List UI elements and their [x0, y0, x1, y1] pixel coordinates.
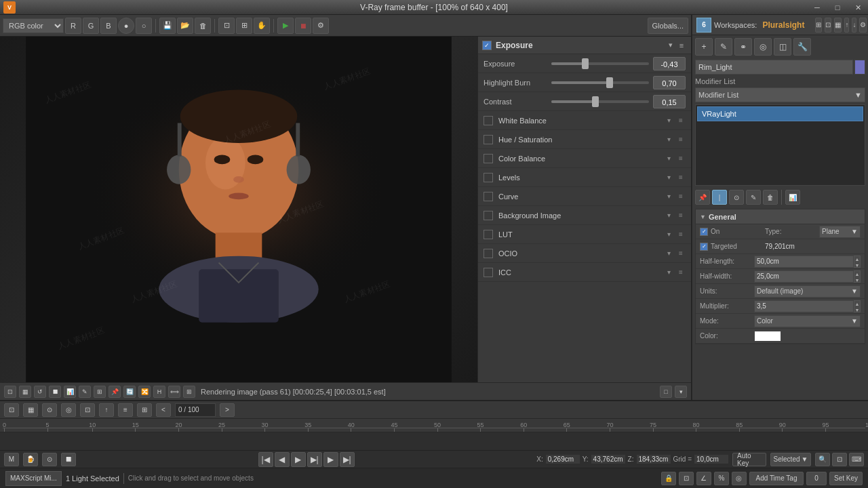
angle-snap-btn[interactable]: ∠: [696, 472, 711, 485]
cb-menu-icon[interactable]: ≡: [676, 154, 686, 163]
icc-collapse-icon[interactable]: ▾: [664, 268, 673, 277]
modifier-list-item[interactable]: VRayLight: [697, 106, 863, 121]
timeline-nav-2[interactable]: ▦: [23, 403, 38, 417]
timeline-nav-7[interactable]: ≡: [118, 403, 133, 417]
spinner-snap-btn[interactable]: ◎: [732, 472, 747, 485]
globals-button[interactable]: Globals...: [648, 18, 688, 34]
snap-btn[interactable]: ⊡: [679, 472, 694, 485]
cmd-utilities[interactable]: 🔧: [793, 38, 811, 56]
icc-checkbox[interactable]: [484, 268, 493, 277]
rp-icon-1[interactable]: ⊞: [815, 18, 822, 33]
icc-item[interactable]: ICC ▾ ≡: [478, 263, 691, 282]
lut-collapse-icon[interactable]: ▾: [664, 230, 673, 239]
next-frame-btn[interactable]: ▶: [323, 452, 338, 467]
cv-menu-icon[interactable]: ≡: [676, 192, 686, 201]
icc-menu-icon[interactable]: ≡: [676, 268, 686, 277]
cmd-display[interactable]: ◫: [774, 38, 791, 56]
exposure-slider[interactable]: [551, 62, 649, 65]
maximize-button[interactable]: □: [827, 0, 848, 15]
open-button[interactable]: 📂: [177, 18, 193, 34]
color-g-button[interactable]: G: [83, 18, 99, 34]
goto-end-btn[interactable]: ▶|: [340, 452, 355, 467]
sb-icon-6[interactable]: ✎: [79, 386, 91, 398]
half-width-spinner[interactable]: ▲▼: [854, 270, 861, 283]
rp-icon-6[interactable]: ⚙: [859, 18, 867, 33]
half-width-input[interactable]: [754, 270, 854, 283]
units-dropdown[interactable]: Default (image) ▼: [754, 285, 861, 298]
exposure-checkbox[interactable]: [482, 41, 492, 50]
color-r-button[interactable]: R: [65, 18, 81, 34]
type-dropdown[interactable]: Plane ▼: [819, 226, 861, 238]
curve-checkbox[interactable]: [484, 192, 493, 201]
color-balance-item[interactable]: Color Balance ▾ ≡: [478, 149, 691, 168]
color-swatch[interactable]: [754, 331, 781, 342]
kbd-btn[interactable]: ⌨: [849, 453, 864, 466]
frame-field[interactable]: 0: [806, 472, 827, 485]
hs-menu-icon[interactable]: ≡: [676, 135, 686, 144]
half-length-input[interactable]: [754, 256, 854, 268]
percent-snap-btn[interactable]: %: [714, 472, 729, 485]
mode-dropdown[interactable]: Color ▼: [754, 315, 861, 327]
object-name-input[interactable]: [695, 60, 853, 75]
sb-btn-3[interactable]: ⊙: [42, 453, 57, 466]
timeline-nav-1[interactable]: ⊡: [4, 403, 19, 417]
pan-button[interactable]: ✋: [254, 18, 270, 34]
lut-item[interactable]: LUT ▾ ≡: [478, 225, 691, 244]
sb-script-btn[interactable]: M: [4, 453, 19, 466]
half-length-spinner[interactable]: ▲▼: [854, 256, 861, 268]
sb-icon-7[interactable]: ⊞: [94, 386, 106, 398]
levels-item[interactable]: Levels ▾ ≡: [478, 168, 691, 187]
timeline-nav-3[interactable]: ⊙: [42, 403, 57, 417]
lut-checkbox[interactable]: [484, 230, 493, 239]
cmd-motion[interactable]: ◎: [754, 38, 772, 56]
set-key-btn[interactable]: Set Key: [829, 472, 863, 485]
cmd-hierarchy[interactable]: ⚭: [734, 38, 752, 56]
mod-tool-4[interactable]: ✎: [746, 190, 761, 205]
sb-toggle-2[interactable]: ▾: [675, 386, 687, 398]
wb-menu-icon[interactable]: ≡: [676, 116, 686, 125]
close-button[interactable]: ✕: [848, 0, 868, 15]
mod-tool-6[interactable]: 📊: [785, 190, 800, 205]
bi-menu-icon[interactable]: ≡: [676, 211, 686, 220]
selected-dropdown[interactable]: Selected ▼: [770, 453, 811, 466]
sb-icon-2[interactable]: ▦: [19, 386, 31, 398]
bg-image-checkbox[interactable]: [484, 211, 493, 220]
sb-btn-4[interactable]: 🔲: [61, 453, 76, 466]
highlight-burn-slider[interactable]: [551, 81, 649, 84]
multiplier-spinner[interactable]: ▲▼: [854, 300, 861, 312]
ocio-item[interactable]: OCIO ▾ ≡: [478, 244, 691, 263]
hue-sat-checkbox[interactable]: [484, 135, 493, 144]
cmd-create[interactable]: +: [695, 38, 713, 56]
maxscript-btn[interactable]: MAXScript Mi...: [5, 471, 62, 486]
mod-tool-active[interactable]: |: [712, 190, 727, 205]
exposure-collapse-btn[interactable]: ▾: [665, 40, 676, 51]
sb-icon-1[interactable]: ⊡: [4, 386, 16, 398]
ocio-checkbox[interactable]: [484, 249, 493, 258]
auto-key-btn[interactable]: Auto Key: [732, 453, 766, 466]
circle-btn[interactable]: ●: [118, 18, 134, 34]
play-all-btn[interactable]: ▶|: [307, 452, 322, 467]
modifier-list-dropdown[interactable]: Modifier List ▼: [695, 87, 865, 102]
rp-icon-4[interactable]: ↑: [844, 18, 849, 33]
clear-button[interactable]: 🗑: [195, 18, 211, 34]
circle-outline-btn[interactable]: ○: [136, 18, 152, 34]
lock-btn[interactable]: 🔒: [661, 472, 676, 485]
rp-icon-3[interactable]: ▦: [834, 18, 842, 33]
render-button[interactable]: ▶: [277, 18, 294, 34]
rp-icon-5[interactable]: ↓: [852, 18, 856, 33]
lv-collapse-icon[interactable]: ▾: [664, 173, 673, 182]
bi-collapse-icon[interactable]: ▾: [664, 211, 673, 220]
hue-saturation-item[interactable]: Hue / Saturation ▾ ≡: [478, 130, 691, 149]
color-balance-checkbox[interactable]: [484, 154, 493, 163]
curve-item[interactable]: Curve ▾ ≡: [478, 187, 691, 206]
timeline-next[interactable]: >: [220, 403, 235, 417]
filter-btn[interactable]: ⊡: [832, 453, 847, 466]
timeline-nav-6[interactable]: ↑: [99, 403, 114, 417]
mod-tool-3[interactable]: ⊙: [729, 190, 744, 205]
sb-icon-11[interactable]: H: [153, 386, 165, 398]
sb-icon-12[interactable]: ⟺: [168, 386, 180, 398]
levels-checkbox[interactable]: [484, 173, 493, 182]
sb-toggle-1[interactable]: □: [660, 386, 672, 398]
search-btn[interactable]: 🔍: [815, 453, 830, 466]
highlight-burn-value[interactable]: 0,70: [653, 76, 686, 89]
